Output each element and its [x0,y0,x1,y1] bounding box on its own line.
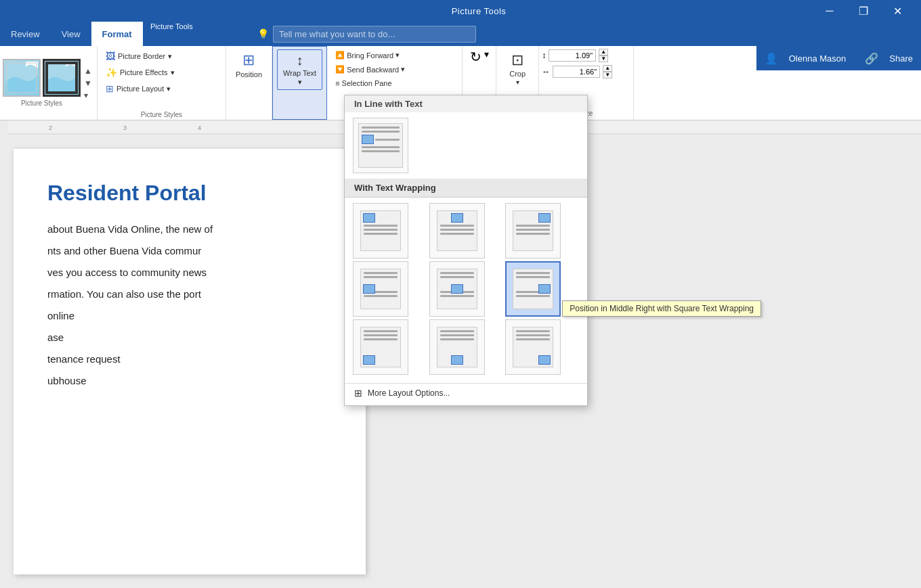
effects-icon: ✨ [106,67,117,78]
selection-pane-button[interactable]: ≡ Selection Pane [331,77,458,89]
wrap-text-section: ↕ Wrap Text ▾ [272,46,327,120]
paragraph-4: rmation. You can also use the port [47,286,332,302]
bring-forward-label: Bring Forward [347,51,393,60]
rotate-button[interactable]: ↻ [470,49,481,65]
position-middle-left[interactable] [353,261,408,317]
width-up[interactable]: ▲ [603,65,612,72]
height-input[interactable] [549,49,596,62]
send-backward-button[interactable]: 🔽 Send Backward ▾ [331,63,458,76]
border-icon: 🖼 [106,51,115,62]
user-area: 👤 Olenna Mason 🔗 Share [756,46,921,70]
wrap-text-button[interactable]: ↕ Wrap Text ▾ [277,49,322,90]
more-layout-options-button[interactable]: ⊞ More Layout Options... [345,383,587,403]
picture-effects-button[interactable]: ✨ Picture Effects ▾ [102,65,221,80]
restore-button[interactable]: ❐ [848,0,879,22]
more-layout-icon: ⊞ [354,388,362,399]
minimize-button[interactable]: ─ [814,0,845,22]
style-nav-down[interactable]: ▼ [82,78,94,89]
border-dropdown-arrow[interactable]: ▾ [168,52,172,61]
crop-arrow[interactable]: ▾ [516,78,519,86]
document-page: Resident Portal about Buena Vida Online,… [14,149,366,574]
position-label: Position [236,70,262,78]
effects-dropdown-arrow[interactable]: ▾ [171,68,175,77]
position-bottom-left[interactable] [353,319,408,375]
picture-style-thumb-1[interactable] [3,59,41,97]
tab-view[interactable]: View [51,22,91,46]
position-bottom-right[interactable] [505,319,561,375]
selection-pane-icon: ≡ [335,79,339,87]
selection-pane-label: Selection Pane [342,79,392,87]
width-down[interactable]: ▼ [603,72,612,78]
wrapping-section-header: With Text Wrapping [345,179,587,198]
tab-review[interactable]: Review [0,22,51,46]
paragraph-6: ase [47,330,332,346]
position-bottom-center[interactable] [429,319,485,375]
picture-adjust-section: 🖼 Picture Border ▾ ✨ Picture Effects ▾ ⊞… [98,46,226,120]
tab-format[interactable]: Format [91,22,143,46]
height-up[interactable]: ▲ [599,49,608,55]
width-row: ↔ ▲ ▼ [542,65,630,78]
wrap-text-dropdown: In Line with Text With Text Wrapping [344,95,588,406]
height-row: ↕ ▲ ▼ [542,49,630,62]
position-top-right[interactable] [505,203,561,258]
picture-style-thumb-2[interactable] [43,59,81,97]
picture-styles-section: Picture Styles ▲ ▼ ▾ [0,46,98,120]
position-top-center[interactable] [429,203,485,258]
share-label[interactable]: Share [889,53,913,64]
style-nav-up[interactable]: ▲ [82,66,94,76]
position-tooltip: Position in Middle Right with Square Tex… [562,300,761,317]
height-spinner: ▲ ▼ [599,49,608,62]
share-icon: 🔗 [865,52,878,65]
rotate-dropdown[interactable]: ▾ [484,49,489,65]
paragraph-5: online [47,308,332,324]
inline-items [345,112,587,179]
crop-button[interactable]: ⊡ Crop ▾ [500,49,534,89]
position-middle-right[interactable]: Position in Middle Right with Square Tex… [505,261,561,317]
style-nav-more[interactable]: ▾ [82,90,94,101]
position-icon: ⊞ [242,51,255,69]
close-button[interactable]: ✕ [882,0,913,22]
bring-forward-icon: 🔼 [335,51,345,60]
tell-me-bar: 💡 [251,22,745,46]
picture-effects-label: Picture Effects [120,68,168,76]
picture-styles-section-label: Picture Styles [141,110,182,118]
bring-forward-button[interactable]: 🔼 Bring Forward ▾ [331,49,458,62]
title-bar-controls: ─ ❐ ✕ [814,0,913,22]
svg-text:3: 3 [123,125,127,131]
wrap-text-icon: ↕ [297,53,303,68]
position-middle-center[interactable] [429,261,485,317]
bring-forward-arrow[interactable]: ▾ [395,51,400,60]
width-spinner: ▲ ▼ [603,65,612,78]
paragraph-8: ubhouse [47,373,332,389]
layout-dropdown-arrow[interactable]: ▾ [167,85,171,93]
crop-icon: ⊡ [511,51,523,69]
picture-style-thumbnails [3,59,81,97]
tell-me-input[interactable] [273,26,476,43]
picture-layout-button[interactable]: ⊞ Picture Layout ▾ [102,81,221,96]
picture-border-button[interactable]: 🖼 Picture Border ▾ [102,49,221,64]
position-inline[interactable] [353,118,408,173]
send-backward-arrow[interactable]: ▾ [401,65,405,74]
paragraph-7: tenance request [47,351,332,367]
layout-icon: ⊞ [106,83,114,94]
wrap-text-label: Wrap Text [283,69,316,77]
position-top-left[interactable] [353,203,408,258]
user-name: Olenna Mason [789,53,847,64]
more-layout-label: More Layout Options... [368,388,450,398]
user-icon: 👤 [765,52,778,65]
svg-text:2: 2 [49,125,52,131]
picture-tools-label: Picture Tools [145,22,198,31]
title-bar-title: Picture Tools [452,6,507,16]
ribbon-tabs: Review View Format 💡 👤 Olenna Mason 🔗 Sh… [0,22,921,46]
paragraph-3: ves you access to community news [47,265,332,281]
position-grid: Position in Middle Right with Square Tex… [345,198,587,380]
wrap-dropdown-arrow[interactable]: ▾ [298,78,302,87]
title-bar: Picture Tools ─ ❐ ✕ [0,0,921,22]
lightbulb-icon: 💡 [257,28,269,39]
height-icon: ↕ [542,51,546,60]
width-input[interactable] [553,66,600,78]
height-down[interactable]: ▼ [599,55,608,62]
page-title: Resident Portal [47,176,332,210]
picture-styles-label: Picture Styles [21,99,62,107]
position-button[interactable]: ⊞ Position [230,49,267,81]
